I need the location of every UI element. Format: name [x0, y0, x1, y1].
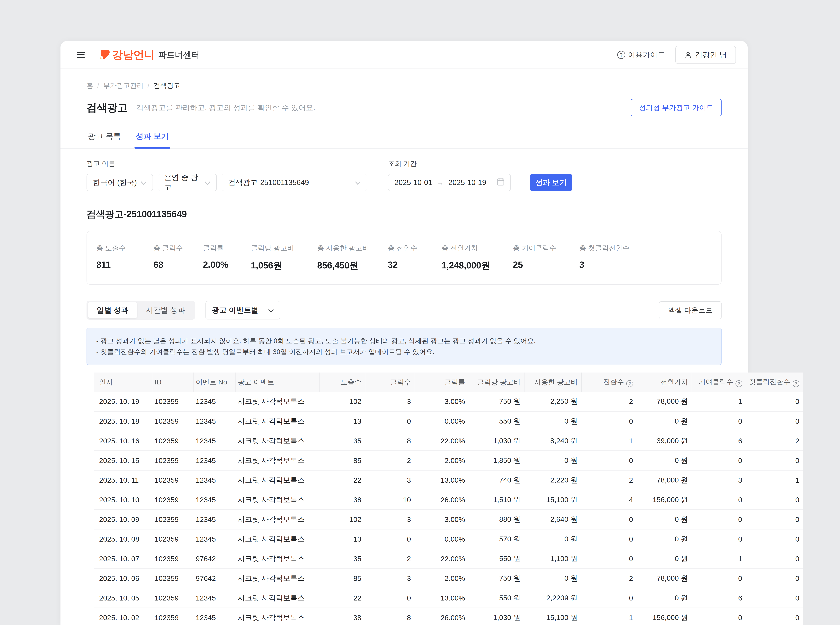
user-account-button[interactable]: 김강언 님 [675, 46, 736, 64]
date-range-input[interactable]: 2025-10-01 → 2025-10-19 [388, 174, 511, 191]
table-cell: 시크릿 사각턱보톡스 [235, 608, 319, 625]
hamburger-menu-icon[interactable] [77, 52, 85, 58]
table-cell: 22 [319, 470, 365, 490]
user-name: 김강언 님 [695, 50, 727, 60]
calendar-icon [497, 177, 504, 187]
table-cell: 0 [746, 569, 803, 588]
usage-guide-link[interactable]: ? 이용가이드 [617, 50, 665, 60]
table-cell: 570 원 [469, 529, 524, 549]
table-cell: 0.00% [415, 529, 469, 549]
table-cell: 12345 [193, 392, 235, 412]
group-by-select[interactable]: 광고 이벤트별 [206, 301, 280, 319]
stat-label: 클릭률 [203, 243, 251, 253]
table-cell: 0 [581, 510, 637, 529]
brand-logo[interactable]: 강남언니 파트너센터 [100, 48, 199, 62]
performance-table: 일자ID이벤트 No.광고 이벤트노출수클릭수클릭률클릭당 광고비사용한 광고비… [94, 373, 803, 625]
chevron-down-icon [141, 178, 146, 187]
table-cell: 0 [692, 569, 746, 588]
table-cell: 12345 [193, 529, 235, 549]
stat-value: 856,450원 [317, 260, 388, 272]
table-cell: 0 [581, 529, 637, 549]
table-cell: 38 [319, 490, 365, 510]
daily-performance-tab[interactable]: 일별 성과 [88, 302, 137, 318]
table-cell: 97642 [193, 549, 235, 569]
table-cell: 시크릿 사각턱보톡스 [235, 588, 319, 608]
table-cell: 시크릿 사각턱보톡스 [235, 510, 319, 529]
brand-mark-icon [100, 49, 110, 61]
table-cell: 6 [692, 588, 746, 608]
language-select-value: 한국어 (한국) [93, 177, 137, 188]
table-header-row: 일자ID이벤트 No.광고 이벤트노출수클릭수클릭률클릭당 광고비사용한 광고비… [94, 373, 803, 392]
usage-guide-label: 이용가이드 [628, 50, 665, 60]
table-cell: 102359 [152, 431, 193, 451]
table-cell: 2025. 10. 16 [94, 431, 152, 451]
table-cell: 12345 [193, 588, 235, 608]
brand-suffix: 파트너센터 [158, 49, 199, 61]
column-header: 클릭률 [415, 373, 469, 392]
view-performance-button[interactable]: 성과 보기 [530, 174, 572, 191]
table-row: 2025. 10. 1010235912345시크릿 사각턱보톡스381026.… [94, 490, 803, 510]
stat-label: 총 노출수 [96, 243, 153, 253]
table-row: 2025. 10. 0910235912345시크릿 사각턱보톡스10233.0… [94, 510, 803, 529]
stat-item: 총 전환가치1,248,000원 [441, 243, 513, 285]
table-cell: 0 원 [637, 588, 692, 608]
table-cell: 12345 [193, 431, 235, 451]
date-end: 2025-10-19 [449, 178, 486, 187]
stat-item: 총 클릭수68 [153, 243, 203, 285]
table-row: 2025. 10. 0710235997642시크릿 사각턱보톡스35222.0… [94, 549, 803, 569]
table-cell: 1,510 원 [469, 490, 524, 510]
stat-item: 총 기여클릭수25 [513, 243, 579, 285]
table-cell: 102359 [152, 470, 193, 490]
table-cell: 35 [319, 549, 365, 569]
column-header: 사용한 광고비 [524, 373, 581, 392]
table-cell: 12345 [193, 608, 235, 625]
stat-item: 총 노출수811 [96, 243, 153, 285]
table-cell: 12345 [193, 510, 235, 529]
table-cell: 740 원 [469, 470, 524, 490]
table-row: 2025. 10. 1910235912345시크릿 사각턱보톡스10233.0… [94, 392, 803, 412]
ad-name-label: 광고 이름 [87, 159, 367, 168]
table-cell: 0 원 [637, 549, 692, 569]
table-cell: 시크릿 사각턱보톡스 [235, 529, 319, 549]
table-cell: 0 [746, 451, 803, 470]
table-cell: 750 원 [469, 569, 524, 588]
table-cell: 시크릿 사각턱보톡스 [235, 392, 319, 412]
table-cell: 12345 [193, 470, 235, 490]
help-circle-icon[interactable]: ? [736, 380, 742, 387]
table-cell: 102359 [152, 608, 193, 625]
table-row: 2025. 10. 0810235912345시크릿 사각턱보톡스1300.00… [94, 529, 803, 549]
table-cell: 22.00% [415, 549, 469, 569]
breadcrumb-item[interactable]: 홈 [87, 81, 93, 90]
table-cell: 38 [319, 608, 365, 625]
column-header: 첫클릭전환수? [746, 373, 803, 392]
table-cell: 102359 [152, 549, 193, 569]
table-cell: 3 [365, 569, 415, 588]
table-cell: 2025. 10. 08 [94, 529, 152, 549]
excel-download-button[interactable]: 엑셀 다운로드 [659, 301, 722, 319]
ad-select[interactable]: 검색광고-251001135649 [222, 174, 367, 191]
performance-ad-guide-button[interactable]: 성과형 부가광고 가이드 [631, 99, 722, 117]
table-row: 2025. 10. 0510235912345시크릿 사각턱보톡스22013.0… [94, 588, 803, 608]
ad-status-select[interactable]: 운영 중 광고 [158, 174, 217, 191]
table-cell: 12345 [193, 490, 235, 510]
hourly-performance-tab[interactable]: 시간별 성과 [137, 302, 193, 318]
table-cell: 시크릿 사각턱보톡스 [235, 470, 319, 490]
breadcrumb-item: 검색광고 [153, 81, 180, 90]
language-select[interactable]: 한국어 (한국) [87, 174, 153, 191]
table-cell: 시크릿 사각턱보톡스 [235, 569, 319, 588]
table-cell: 2025. 10. 05 [94, 588, 152, 608]
tab-ad-list[interactable]: 광고 목록 [87, 129, 122, 148]
table-cell: 550 원 [469, 588, 524, 608]
table-cell: 2025. 10. 02 [94, 608, 152, 625]
help-circle-icon[interactable]: ? [793, 380, 799, 387]
help-circle-icon[interactable]: ? [626, 380, 633, 387]
table-row: 2025. 10. 1810235912345시크릿 사각턱보톡스1300.00… [94, 412, 803, 431]
table-cell: 0 원 [637, 451, 692, 470]
column-header: 일자 [94, 373, 152, 392]
table-cell: 3 [365, 510, 415, 529]
stat-item: 총 첫클릭전환수3 [579, 243, 629, 285]
table-cell: 1 [692, 549, 746, 569]
tab-performance[interactable]: 성과 보기 [134, 129, 170, 148]
breadcrumb-item[interactable]: 부가광고관리 [103, 81, 143, 90]
table-cell: 0 [692, 608, 746, 625]
